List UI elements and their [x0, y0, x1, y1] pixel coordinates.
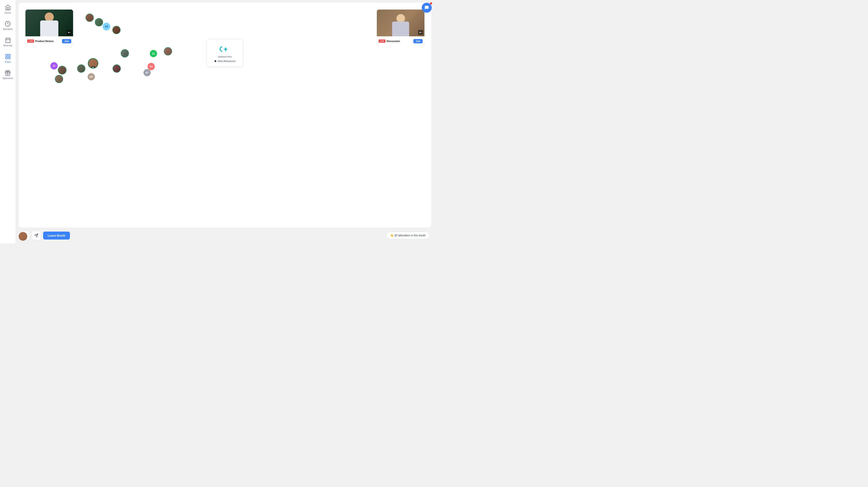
sidebar: Home Sessions Itinerary Expo Sponsors — [0, 0, 16, 243]
sessions-icon — [5, 21, 11, 27]
user-avatar-photo — [19, 232, 27, 241]
main-content: LIVE Product Demos Join — [16, 0, 434, 243]
video-footer-right: LIVE Discussion Join — [377, 36, 425, 46]
chat-bubble-svg — [424, 5, 429, 10]
bottom-bar: Leave Booth 👋 17 attendees in this booth — [16, 227, 434, 243]
svg-marker-10 — [68, 32, 69, 33]
attendee-count-badge: 👋 17 attendees in this booth — [386, 232, 430, 239]
avatar-bubble-4[interactable] — [58, 66, 66, 74]
sidebar-item-itinerary[interactable]: Itinerary — [3, 37, 12, 47]
avatar-photo-3 — [113, 26, 120, 34]
session-title-left: Product Demos — [35, 40, 62, 42]
avatar-bubble-8[interactable] — [121, 49, 129, 57]
home-icon — [5, 4, 11, 10]
svg-rect-1 — [6, 38, 10, 43]
avatar-bubble-1[interactable] — [86, 13, 94, 22]
expo-area: LIVE Product Demos Join — [19, 3, 431, 227]
avatar-bubble-9[interactable] — [164, 47, 172, 55]
avatar-bubble-2[interactable] — [95, 18, 103, 26]
video-card-discussion: LIVE Discussion Join — [377, 9, 425, 46]
doctor-figure — [40, 12, 58, 36]
attendee-number: 17 — [395, 234, 398, 237]
sidebar-label-expo: Expo — [5, 60, 11, 63]
svg-rect-6 — [8, 54, 10, 56]
sidebar-label-itinerary: Itinerary — [3, 44, 12, 47]
avatar-bubble-ef[interactable]: EF — [144, 69, 151, 76]
mute-button-left[interactable] — [67, 30, 72, 35]
avatar-bubble-ak[interactable]: AK — [88, 73, 95, 80]
avatar-bubble-so[interactable]: SO — [148, 63, 155, 70]
avatar-bubble-sj[interactable]: SJ — [150, 50, 157, 57]
user-avatar-corner[interactable] — [19, 232, 27, 241]
mute-button-right[interactable] — [418, 30, 423, 35]
mute-icon — [68, 31, 71, 34]
doctor-head — [45, 12, 54, 22]
sidebar-label-sessions: Sessions — [3, 28, 13, 30]
chat-icon-button[interactable] — [422, 3, 432, 13]
svg-marker-13 — [420, 32, 421, 33]
join-button-right[interactable]: Join — [413, 39, 423, 43]
svg-rect-17 — [224, 49, 227, 50]
woman-figure — [392, 14, 409, 36]
oakland-plus-logo — [217, 43, 233, 55]
video-placeholder-right — [377, 9, 425, 36]
sidebar-item-sessions[interactable]: Sessions — [3, 21, 13, 30]
attendee-suffix-text: in this booth — [411, 234, 426, 237]
sidebar-item-sponsors[interactable]: Sponsors — [2, 70, 13, 80]
sponsor-name: Oakland Plus — [213, 56, 238, 58]
svg-rect-8 — [8, 57, 10, 59]
video-footer-left: LIVE Product Demos Join — [25, 36, 73, 46]
navigation-icon — [34, 234, 38, 238]
avatar-bubble-3[interactable] — [112, 26, 121, 34]
leave-booth-button[interactable]: Leave Booth — [43, 232, 70, 240]
avatar-photo-1 — [86, 14, 93, 21]
view-resources-label: View Resources — [217, 60, 236, 62]
avatar-bubble-me[interactable]: ME — [88, 58, 98, 68]
notification-dot — [430, 2, 432, 4]
video-placeholder-left — [25, 9, 73, 36]
session-title-right: Discussion — [386, 40, 413, 42]
avatar-photo-2 — [95, 19, 102, 26]
avatar-bubble-7[interactable] — [113, 64, 121, 73]
avatar-bubble-ar[interactable]: AR — [102, 23, 110, 30]
live-badge-right: LIVE — [379, 39, 385, 43]
resources-icon — [214, 60, 217, 62]
sidebar-label-home: Home — [4, 11, 11, 14]
avatar-photo-5 — [55, 75, 63, 83]
avatar-photo-7 — [113, 65, 120, 72]
itinerary-icon — [5, 37, 11, 43]
doctor-body — [40, 21, 58, 36]
sponsor-card[interactable]: Oakland Plus View Resources — [207, 39, 243, 67]
me-label: ME — [91, 66, 95, 68]
sidebar-item-home[interactable]: Home — [4, 4, 11, 14]
svg-rect-5 — [6, 54, 7, 56]
video-card-product-demos: LIVE Product Demos Join — [25, 9, 73, 46]
avatar-photo-4 — [58, 66, 66, 74]
avatar-photo-8 — [121, 50, 128, 57]
join-button-left[interactable]: Join — [62, 39, 71, 43]
avatar-photo-9 — [164, 48, 172, 55]
view-resources-button[interactable]: View Resources — [213, 60, 238, 62]
sponsors-icon — [5, 70, 11, 76]
avatar-bubble-5[interactable] — [55, 75, 63, 83]
avatar-photo-6 — [78, 65, 85, 72]
live-badge-left: LIVE — [27, 39, 34, 43]
sidebar-item-expo[interactable]: Expo — [5, 54, 11, 63]
expo-icon — [5, 54, 11, 59]
woman-body — [392, 22, 409, 36]
sidebar-label-sponsors: Sponsors — [2, 77, 13, 80]
avatar-bubble-6[interactable] — [77, 64, 85, 73]
svg-rect-7 — [6, 57, 7, 59]
attendee-label: attendees — [398, 234, 410, 237]
attendee-emoji: 👋 — [390, 234, 394, 237]
navigation-button[interactable] — [32, 231, 41, 240]
avatar-bubble-jc[interactable]: JC — [51, 62, 58, 69]
mute-icon-right — [419, 31, 422, 34]
